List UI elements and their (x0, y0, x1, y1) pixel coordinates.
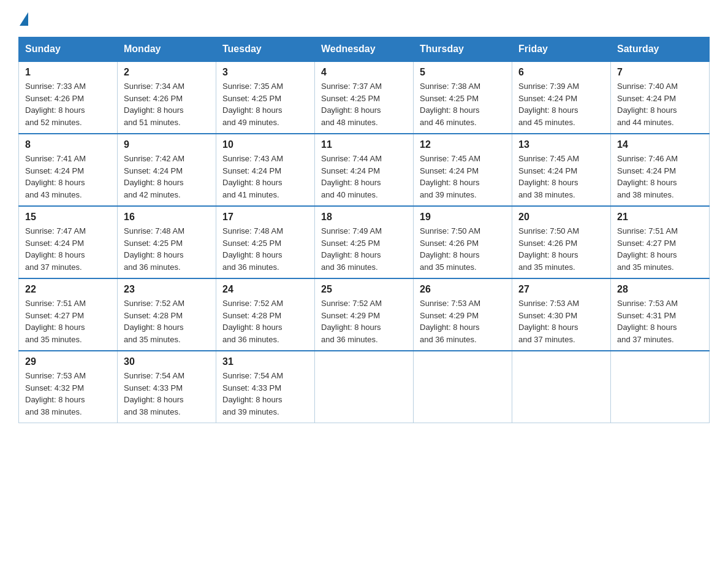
day-info: Sunrise: 7:49 AM Sunset: 4:25 PM Dayligh… (321, 225, 407, 273)
day-number: 28 (617, 284, 703, 295)
column-header-wednesday: Wednesday (315, 37, 414, 62)
calendar-cell: 12 Sunrise: 7:45 AM Sunset: 4:24 PM Dayl… (414, 134, 512, 206)
day-number: 21 (617, 212, 703, 223)
day-number: 1 (25, 67, 111, 78)
calendar-cell: 10 Sunrise: 7:43 AM Sunset: 4:24 PM Dayl… (216, 134, 315, 206)
day-number: 6 (518, 67, 604, 78)
day-info: Sunrise: 7:48 AM Sunset: 4:25 PM Dayligh… (222, 225, 308, 273)
day-number: 23 (124, 284, 210, 295)
day-info: Sunrise: 7:33 AM Sunset: 4:26 PM Dayligh… (25, 80, 111, 128)
day-number: 4 (321, 67, 407, 78)
day-info: Sunrise: 7:53 AM Sunset: 4:31 PM Dayligh… (617, 297, 703, 345)
calendar-header-row: SundayMondayTuesdayWednesdayThursdayFrid… (19, 37, 710, 62)
calendar-week-row: 29 Sunrise: 7:53 AM Sunset: 4:32 PM Dayl… (19, 351, 710, 423)
column-header-thursday: Thursday (414, 37, 512, 62)
column-header-friday: Friday (512, 37, 611, 62)
day-info: Sunrise: 7:53 AM Sunset: 4:29 PM Dayligh… (420, 297, 506, 345)
day-number: 17 (222, 212, 308, 223)
day-number: 8 (25, 139, 111, 150)
calendar-cell: 18 Sunrise: 7:49 AM Sunset: 4:25 PM Dayl… (315, 206, 414, 278)
calendar-cell: 24 Sunrise: 7:52 AM Sunset: 4:28 PM Dayl… (216, 278, 315, 351)
day-info: Sunrise: 7:53 AM Sunset: 4:32 PM Dayligh… (25, 370, 111, 418)
calendar-cell: 8 Sunrise: 7:41 AM Sunset: 4:24 PM Dayli… (19, 134, 118, 206)
day-number: 13 (518, 139, 604, 150)
day-number: 22 (25, 284, 111, 295)
day-info: Sunrise: 7:38 AM Sunset: 4:25 PM Dayligh… (420, 80, 506, 128)
calendar-cell: 20 Sunrise: 7:50 AM Sunset: 4:26 PM Dayl… (512, 206, 611, 278)
logo (18, 12, 29, 26)
calendar-cell: 13 Sunrise: 7:45 AM Sunset: 4:24 PM Dayl… (512, 134, 611, 206)
day-info: Sunrise: 7:35 AM Sunset: 4:25 PM Dayligh… (222, 80, 308, 128)
day-number: 3 (222, 67, 308, 78)
day-number: 19 (420, 212, 506, 223)
day-number: 29 (25, 356, 111, 367)
calendar-cell: 1 Sunrise: 7:33 AM Sunset: 4:26 PM Dayli… (19, 61, 118, 134)
column-header-sunday: Sunday (19, 37, 118, 62)
day-number: 11 (321, 139, 407, 150)
calendar-cell (611, 351, 710, 423)
calendar-cell: 27 Sunrise: 7:53 AM Sunset: 4:30 PM Dayl… (512, 278, 611, 351)
page-header (18, 12, 710, 26)
day-info: Sunrise: 7:52 AM Sunset: 4:28 PM Dayligh… (124, 297, 210, 345)
day-info: Sunrise: 7:52 AM Sunset: 4:28 PM Dayligh… (222, 297, 308, 345)
calendar-table: SundayMondayTuesdayWednesdayThursdayFrid… (18, 37, 710, 423)
day-info: Sunrise: 7:42 AM Sunset: 4:24 PM Dayligh… (124, 153, 210, 201)
day-number: 30 (124, 356, 210, 367)
calendar-cell: 29 Sunrise: 7:53 AM Sunset: 4:32 PM Dayl… (19, 351, 118, 423)
day-info: Sunrise: 7:46 AM Sunset: 4:24 PM Dayligh… (617, 153, 703, 201)
calendar-cell: 30 Sunrise: 7:54 AM Sunset: 4:33 PM Dayl… (118, 351, 216, 423)
day-info: Sunrise: 7:43 AM Sunset: 4:24 PM Dayligh… (222, 153, 308, 201)
calendar-week-row: 22 Sunrise: 7:51 AM Sunset: 4:27 PM Dayl… (19, 278, 710, 351)
calendar-cell: 11 Sunrise: 7:44 AM Sunset: 4:24 PM Dayl… (315, 134, 414, 206)
calendar-cell: 14 Sunrise: 7:46 AM Sunset: 4:24 PM Dayl… (611, 134, 710, 206)
day-info: Sunrise: 7:51 AM Sunset: 4:27 PM Dayligh… (25, 297, 111, 345)
day-info: Sunrise: 7:45 AM Sunset: 4:24 PM Dayligh… (518, 153, 604, 201)
day-number: 26 (420, 284, 506, 295)
day-number: 25 (321, 284, 407, 295)
calendar-cell: 9 Sunrise: 7:42 AM Sunset: 4:24 PM Dayli… (118, 134, 216, 206)
day-info: Sunrise: 7:48 AM Sunset: 4:25 PM Dayligh… (124, 225, 210, 273)
day-number: 20 (518, 212, 604, 223)
calendar-cell (512, 351, 611, 423)
day-number: 18 (321, 212, 407, 223)
day-number: 15 (25, 212, 111, 223)
logo-flag-icon (20, 12, 28, 26)
day-info: Sunrise: 7:54 AM Sunset: 4:33 PM Dayligh… (222, 370, 308, 418)
calendar-cell: 21 Sunrise: 7:51 AM Sunset: 4:27 PM Dayl… (611, 206, 710, 278)
calendar-week-row: 1 Sunrise: 7:33 AM Sunset: 4:26 PM Dayli… (19, 61, 710, 134)
calendar-cell: 7 Sunrise: 7:40 AM Sunset: 4:24 PM Dayli… (611, 61, 710, 134)
day-info: Sunrise: 7:37 AM Sunset: 4:25 PM Dayligh… (321, 80, 407, 128)
column-header-monday: Monday (118, 37, 216, 62)
calendar-cell (315, 351, 414, 423)
day-info: Sunrise: 7:47 AM Sunset: 4:24 PM Dayligh… (25, 225, 111, 273)
calendar-cell: 6 Sunrise: 7:39 AM Sunset: 4:24 PM Dayli… (512, 61, 611, 134)
day-number: 7 (617, 67, 703, 78)
day-info: Sunrise: 7:50 AM Sunset: 4:26 PM Dayligh… (518, 225, 604, 273)
day-info: Sunrise: 7:34 AM Sunset: 4:26 PM Dayligh… (124, 80, 210, 128)
column-header-tuesday: Tuesday (216, 37, 315, 62)
day-number: 14 (617, 139, 703, 150)
calendar-cell: 2 Sunrise: 7:34 AM Sunset: 4:26 PM Dayli… (118, 61, 216, 134)
day-info: Sunrise: 7:53 AM Sunset: 4:30 PM Dayligh… (518, 297, 604, 345)
calendar-cell: 25 Sunrise: 7:52 AM Sunset: 4:29 PM Dayl… (315, 278, 414, 351)
day-number: 24 (222, 284, 308, 295)
calendar-cell: 31 Sunrise: 7:54 AM Sunset: 4:33 PM Dayl… (216, 351, 315, 423)
day-info: Sunrise: 7:52 AM Sunset: 4:29 PM Dayligh… (321, 297, 407, 345)
day-number: 16 (124, 212, 210, 223)
calendar-cell (414, 351, 512, 423)
day-info: Sunrise: 7:51 AM Sunset: 4:27 PM Dayligh… (617, 225, 703, 273)
calendar-cell: 3 Sunrise: 7:35 AM Sunset: 4:25 PM Dayli… (216, 61, 315, 134)
calendar-cell: 17 Sunrise: 7:48 AM Sunset: 4:25 PM Dayl… (216, 206, 315, 278)
day-number: 31 (222, 356, 308, 367)
calendar-week-row: 8 Sunrise: 7:41 AM Sunset: 4:24 PM Dayli… (19, 134, 710, 206)
calendar-cell: 23 Sunrise: 7:52 AM Sunset: 4:28 PM Dayl… (118, 278, 216, 351)
day-info: Sunrise: 7:45 AM Sunset: 4:24 PM Dayligh… (420, 153, 506, 201)
day-info: Sunrise: 7:54 AM Sunset: 4:33 PM Dayligh… (124, 370, 210, 418)
day-number: 12 (420, 139, 506, 150)
calendar-week-row: 15 Sunrise: 7:47 AM Sunset: 4:24 PM Dayl… (19, 206, 710, 278)
calendar-cell: 19 Sunrise: 7:50 AM Sunset: 4:26 PM Dayl… (414, 206, 512, 278)
day-info: Sunrise: 7:41 AM Sunset: 4:24 PM Dayligh… (25, 153, 111, 201)
day-info: Sunrise: 7:39 AM Sunset: 4:24 PM Dayligh… (518, 80, 604, 128)
calendar-cell: 22 Sunrise: 7:51 AM Sunset: 4:27 PM Dayl… (19, 278, 118, 351)
day-info: Sunrise: 7:44 AM Sunset: 4:24 PM Dayligh… (321, 153, 407, 201)
